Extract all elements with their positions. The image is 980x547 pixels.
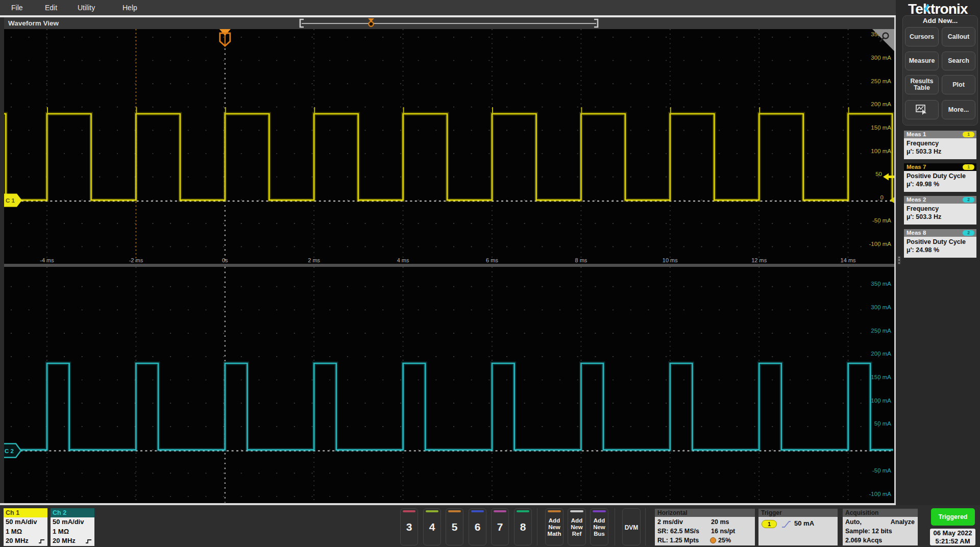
svg-text:C 1: C 1 bbox=[6, 197, 15, 204]
svg-text:0s: 0s bbox=[222, 257, 228, 263]
svg-text:100 mA: 100 mA bbox=[871, 148, 891, 154]
svg-text:300 mA: 300 mA bbox=[871, 304, 891, 310]
svg-text:100 mA: 100 mA bbox=[871, 397, 891, 404]
svg-text:250 mA: 250 mA bbox=[871, 78, 891, 84]
svg-text:-100 mA: -100 mA bbox=[869, 241, 892, 247]
svg-text:150 mA: 150 mA bbox=[871, 125, 891, 131]
svg-text:14 ms: 14 ms bbox=[841, 257, 856, 263]
svg-text:2 ms: 2 ms bbox=[308, 257, 320, 263]
svg-text:150 mA: 150 mA bbox=[871, 374, 891, 380]
svg-text:-100 mA: -100 mA bbox=[869, 491, 892, 497]
svg-text:6 ms: 6 ms bbox=[486, 257, 498, 263]
svg-text:8 ms: 8 ms bbox=[575, 257, 587, 263]
svg-text:C 2: C 2 bbox=[5, 448, 14, 454]
svg-text:12 ms: 12 ms bbox=[751, 257, 767, 263]
svg-text:10 ms: 10 ms bbox=[663, 257, 678, 263]
svg-text:-2 ms: -2 ms bbox=[129, 257, 143, 263]
svg-text:-50 mA: -50 mA bbox=[872, 467, 891, 474]
svg-text:350 mA: 350 mA bbox=[871, 281, 891, 287]
svg-text:50: 50 bbox=[875, 171, 882, 177]
svg-text:-4 ms: -4 ms bbox=[40, 257, 54, 263]
svg-text:300 mA: 300 mA bbox=[871, 55, 891, 61]
svg-text:4 ms: 4 ms bbox=[397, 257, 409, 263]
svg-text:-50 mA: -50 mA bbox=[872, 217, 891, 223]
svg-text:200 mA: 200 mA bbox=[871, 351, 891, 357]
svg-text:0: 0 bbox=[880, 194, 884, 201]
svg-text:50 mA: 50 mA bbox=[874, 420, 892, 427]
svg-text:250 mA: 250 mA bbox=[871, 328, 891, 334]
svg-text:200 mA: 200 mA bbox=[871, 101, 891, 107]
